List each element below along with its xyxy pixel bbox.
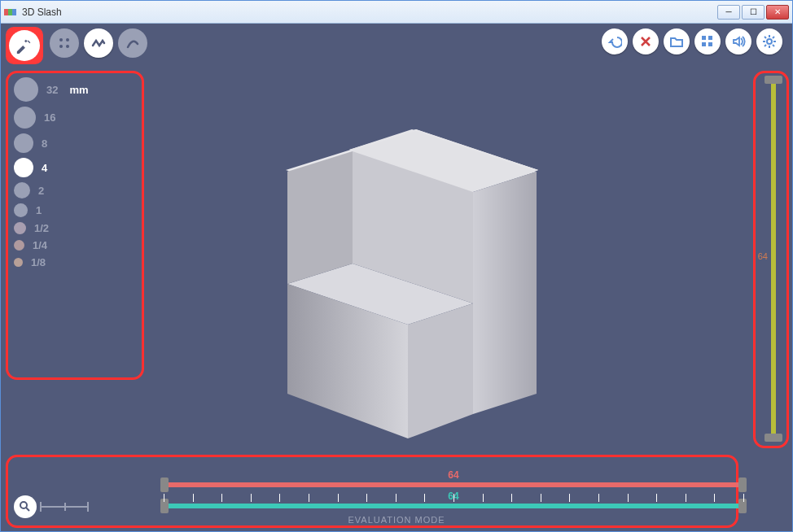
vertical-slider-handle-top[interactable] bbox=[765, 76, 782, 84]
size-item-half[interactable]: 1/2 bbox=[14, 222, 89, 234]
undo-button[interactable] bbox=[602, 28, 628, 55]
dots-icon bbox=[58, 37, 71, 50]
svg-rect-4 bbox=[702, 36, 706, 40]
speaker-icon bbox=[731, 34, 746, 49]
curve-icon bbox=[125, 36, 140, 50]
svg-point-9 bbox=[20, 502, 27, 508]
gear-icon bbox=[762, 34, 777, 49]
svg-point-0 bbox=[59, 38, 63, 41]
slider-ticks bbox=[164, 486, 743, 502]
zigzag-icon bbox=[91, 36, 106, 50]
open-button[interactable] bbox=[664, 28, 690, 55]
undo-icon bbox=[607, 34, 622, 49]
size-item-2[interactable]: 2 bbox=[14, 182, 89, 198]
svg-rect-7 bbox=[708, 42, 712, 46]
delete-button[interactable] bbox=[633, 28, 659, 55]
evaluation-mode-label: EVALUATION MODE bbox=[348, 515, 445, 525]
size-item-quarter[interactable]: 1/4 bbox=[14, 239, 89, 251]
size-label: 4 bbox=[42, 162, 47, 174]
maximize-button[interactable]: ☐ bbox=[742, 5, 765, 20]
svg-marker-24 bbox=[408, 303, 473, 438]
zigzag-tool-button[interactable] bbox=[84, 28, 113, 58]
size-item-4[interactable]: 4 bbox=[14, 158, 89, 177]
close-button[interactable]: ✕ bbox=[766, 5, 789, 20]
x-icon bbox=[639, 35, 652, 48]
size-item-1[interactable]: 1 bbox=[14, 203, 89, 217]
svg-point-8 bbox=[767, 39, 772, 44]
svg-marker-23 bbox=[473, 172, 537, 414]
app-icon bbox=[4, 6, 17, 19]
hammer-tool-button[interactable] bbox=[6, 27, 43, 64]
window-title: 3D Slash bbox=[22, 7, 717, 18]
settings-button[interactable] bbox=[756, 28, 782, 55]
dots-tool-button[interactable] bbox=[50, 28, 79, 58]
svg-point-2 bbox=[59, 45, 63, 48]
vertical-slider-handle-bottom[interactable] bbox=[765, 434, 782, 442]
size-label: 1 bbox=[36, 204, 42, 216]
size-label: 16 bbox=[44, 111, 55, 124]
size-item-8[interactable]: 8 bbox=[14, 133, 89, 153]
size-item-32[interactable]: 32mm bbox=[14, 77, 89, 102]
size-label: 32 bbox=[46, 84, 58, 96]
svg-point-1 bbox=[66, 38, 69, 41]
size-label: 1/2 bbox=[34, 222, 49, 234]
svg-marker-20 bbox=[287, 151, 353, 284]
slider-red-label: 64 bbox=[448, 469, 458, 481]
folder-icon bbox=[669, 34, 684, 49]
svg-rect-6 bbox=[702, 42, 706, 46]
titlebar: 3D Slash ─ ☐ ✕ bbox=[1, 1, 792, 24]
size-list: 32mm 16 8 4 2 1 1/2 1/4 1/8 bbox=[14, 77, 89, 273]
grid-button[interactable] bbox=[694, 28, 721, 55]
size-label: 8 bbox=[42, 137, 47, 150]
size-item-eighth[interactable]: 1/8 bbox=[14, 256, 89, 268]
size-label: 2 bbox=[38, 185, 44, 197]
vertical-slider-label: 64 bbox=[758, 251, 768, 261]
horizontal-slider-teal[interactable]: 64 bbox=[164, 504, 743, 508]
size-label: 1/4 bbox=[33, 239, 47, 251]
magnifier-icon bbox=[19, 500, 32, 513]
size-unit: mm bbox=[69, 84, 88, 96]
viewport[interactable]: 32mm 16 8 4 2 1 1/2 1/4 1/8 64 64 64 EVA… bbox=[1, 24, 792, 531]
size-item-16[interactable]: 16 bbox=[14, 107, 89, 129]
svg-point-3 bbox=[66, 45, 69, 48]
sound-button[interactable] bbox=[725, 28, 751, 55]
minimize-button[interactable]: ─ bbox=[717, 5, 740, 20]
size-label: 1/8 bbox=[31, 256, 46, 268]
grid-icon bbox=[701, 35, 714, 48]
hammer-icon bbox=[15, 37, 33, 55]
zoom-slider[interactable] bbox=[40, 506, 89, 508]
svg-rect-5 bbox=[708, 36, 712, 40]
zoom-button[interactable] bbox=[14, 495, 37, 518]
curve-tool-button[interactable] bbox=[118, 28, 147, 58]
model-3d[interactable] bbox=[212, 105, 554, 455]
vertical-slider[interactable] bbox=[771, 82, 776, 437]
